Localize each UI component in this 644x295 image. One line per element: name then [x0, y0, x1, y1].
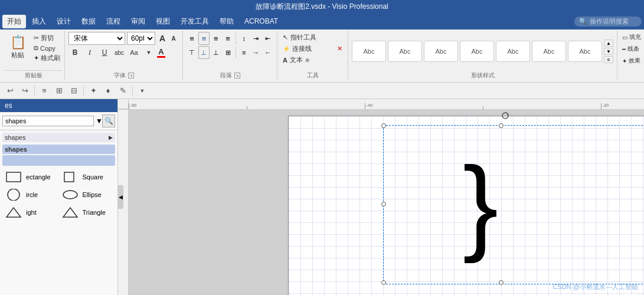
qa-diamond-button[interactable]: ♦: [102, 84, 115, 97]
underline-button[interactable]: U: [98, 46, 111, 59]
increase-indent-button[interactable]: ⇥: [250, 32, 261, 45]
font-expand-button[interactable]: ↘: [128, 73, 134, 78]
line-button[interactable]: ━ 线条: [620, 44, 644, 54]
square-shape-item[interactable]: Square: [60, 169, 115, 185]
font-dropdown-button[interactable]: ▼: [142, 46, 155, 59]
shapes-search-input[interactable]: [2, 116, 94, 126]
circle-shape-item[interactable]: ircle: [4, 187, 58, 202]
menu-item-devtools[interactable]: 开发工具: [176, 15, 214, 28]
menu-item-start[interactable]: 开始: [2, 15, 26, 28]
qa-list-button[interactable]: ≡: [38, 84, 51, 97]
shape-style-4-button[interactable]: Abc: [460, 41, 494, 62]
paste-button[interactable]: 📋 粘贴: [5, 32, 31, 62]
right-triangle-shape-item[interactable]: ight: [4, 205, 58, 220]
font-color-button[interactable]: A: [157, 47, 165, 58]
qa-more-button[interactable]: ▼: [136, 84, 149, 97]
qa-separator2: [83, 86, 84, 96]
text-tool-button[interactable]: A 文本 ⊕: [281, 54, 344, 65]
qa-pen-button[interactable]: ✎: [116, 84, 129, 97]
font-name-select[interactable]: 宋体: [68, 32, 125, 45]
redo-button[interactable]: ↪: [18, 84, 31, 97]
search-submit-button[interactable]: 🔍: [102, 114, 115, 127]
font-size-decrease-button[interactable]: A: [168, 33, 179, 44]
menu-search-bar[interactable]: 🔍: [574, 17, 642, 27]
fill-button[interactable]: ▭ 填充: [620, 32, 644, 42]
copy-button[interactable]: ⧉ Copy: [32, 44, 62, 53]
justify-button[interactable]: ≡: [223, 32, 233, 45]
dropdown-arrow[interactable]: ▼: [96, 117, 100, 125]
rotation-handle[interactable]: [501, 112, 509, 122]
shape-section-header-1[interactable]: shapes ▶: [2, 133, 115, 142]
align-right-button[interactable]: ≡: [211, 32, 221, 45]
decrease-indent-button[interactable]: ⇤: [263, 32, 273, 45]
undo-button[interactable]: ↩: [4, 84, 17, 97]
decrease-list-button[interactable]: ←: [263, 46, 273, 59]
bold-button[interactable]: B: [68, 46, 81, 59]
font-case-button[interactable]: Aa: [128, 46, 140, 59]
small-buttons: ✂ 剪切 ⧉ Copy ✦ 格式刷: [32, 32, 62, 63]
align-center-button[interactable]: ≡: [198, 32, 209, 45]
effect-label: 效果: [629, 57, 640, 65]
line-label: 线条: [627, 45, 639, 53]
connector-tool-button[interactable]: ⚡ 连接线 ✕: [281, 43, 344, 54]
connector-label: 连接线: [292, 44, 312, 53]
strikethrough-button[interactable]: abc: [113, 46, 126, 59]
font-size-increase-button[interactable]: A: [157, 33, 168, 44]
shape-style-1-button[interactable]: Abc: [352, 41, 386, 62]
qa-minus-button[interactable]: ⊟: [67, 84, 80, 97]
ellipse-shape-item[interactable]: Ellipse: [60, 187, 115, 202]
qa-grid-button[interactable]: ⊞: [53, 84, 66, 97]
valign-mid-button[interactable]: ⊥: [198, 46, 209, 59]
menu-item-insert[interactable]: 插入: [27, 15, 51, 28]
format-painter-button[interactable]: ✦ 格式刷: [32, 53, 62, 63]
font-size-select[interactable]: 60pt: [127, 32, 155, 45]
menu-item-data[interactable]: 数据: [77, 15, 100, 28]
cut-button[interactable]: ✂ 剪切: [32, 33, 62, 43]
handle-ml[interactable]: [381, 202, 386, 206]
italic-button[interactable]: I: [83, 46, 96, 59]
handle-bm[interactable]: [499, 280, 504, 285]
menu-item-design[interactable]: 设计: [52, 15, 76, 28]
fill-icon: ▭: [622, 34, 627, 41]
increase-list-button[interactable]: →: [250, 46, 261, 59]
handle-tm[interactable]: [499, 123, 504, 128]
pointer-tool-button[interactable]: ↖ 指针工具: [281, 32, 344, 43]
line-spacing-button[interactable]: ↕: [238, 32, 249, 45]
scroll-down-button[interactable]: ▼: [604, 48, 613, 55]
shape-style-2-button[interactable]: Abc: [388, 41, 422, 62]
rectangle-label: ectangle: [26, 173, 51, 181]
qa-star-button[interactable]: ✦: [87, 84, 100, 97]
shape-style-7-button[interactable]: Abc: [568, 41, 602, 62]
menu-item-view[interactable]: 视图: [151, 15, 175, 28]
valign-bot-button[interactable]: ⊥: [211, 46, 221, 59]
align-left-button[interactable]: ≡: [187, 32, 197, 45]
drawing-canvas[interactable]: } CSDN @小桥流水---人工智能: [129, 110, 644, 295]
valign-top-button[interactable]: ⊤: [187, 46, 197, 59]
menu-item-acrobat[interactable]: ACROBAT: [240, 15, 283, 27]
scroll-more-button[interactable]: ≡: [604, 56, 613, 63]
menu-item-review[interactable]: 审阅: [126, 15, 150, 28]
menu-item-help[interactable]: 帮助: [215, 15, 238, 28]
rectangle-shape-item[interactable]: ectangle: [4, 169, 58, 185]
canvas-area[interactable]: -60-40-20020406080100120140160: [118, 99, 644, 295]
paragraph-expand-button[interactable]: ↘: [234, 73, 240, 78]
panel-collapse-button[interactable]: ◀: [117, 185, 123, 209]
shape-style-5-button[interactable]: Abc: [496, 41, 530, 62]
bullet-list-button[interactable]: ≡: [238, 46, 249, 59]
search-input[interactable]: [590, 18, 637, 25]
triangle-shape-item[interactable]: Triangle: [60, 205, 115, 220]
effect-button[interactable]: ✦ 效果: [620, 55, 644, 66]
shapes-panel-title-text: es: [5, 101, 12, 110]
handle-bl[interactable]: [381, 280, 386, 285]
scroll-up-button[interactable]: ▲: [604, 40, 613, 47]
menu-item-process[interactable]: 流程: [102, 15, 125, 28]
shape-style-6-button[interactable]: Abc: [532, 41, 566, 62]
shape-styles-content: Abc Abc Abc Abc Abc Abc Abc ▲ ▼ ≡: [352, 32, 613, 71]
valign-justify-button[interactable]: ⊞: [223, 46, 233, 59]
brace-shape[interactable]: }: [463, 152, 498, 258]
shape-style-3-button[interactable]: Abc: [424, 41, 458, 62]
ribbon: 📋 粘贴 ✂ 剪切 ⧉ Copy ✦ 格式刷 剪贴板: [0, 30, 644, 83]
line-icon: ━: [622, 46, 626, 53]
shape-section-header-2[interactable]: shapes: [2, 145, 115, 154]
handle-tl[interactable]: [381, 123, 386, 128]
